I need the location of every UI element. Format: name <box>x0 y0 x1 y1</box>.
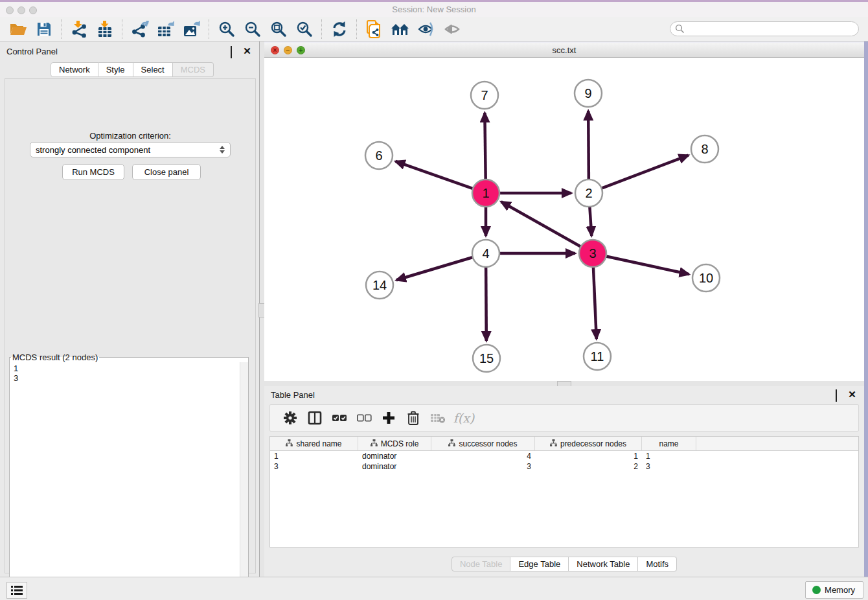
clear-selection-icon[interactable] <box>352 407 376 429</box>
export-table-icon[interactable] <box>153 18 179 40</box>
table-cell[interactable]: 3 <box>642 461 696 472</box>
close-panel-icon[interactable]: ✕ <box>243 47 251 55</box>
tab-network-table[interactable]: Network Table <box>569 557 638 571</box>
tab-node-table[interactable]: Node Table <box>451 557 511 571</box>
table-tabs: Node Table Edge Table Network Table Moti… <box>264 557 864 571</box>
network-view-window: × − + scc.txt 1234678910111415 <box>264 41 868 386</box>
zoom-fit-icon[interactable] <box>266 18 291 40</box>
column-type-icon <box>286 439 293 448</box>
edge-2-3[interactable] <box>589 207 591 236</box>
graph-node-label: 7 <box>481 88 488 102</box>
tab-edge-table[interactable]: Edge Table <box>510 557 569 571</box>
criterion-select[interactable]: strongly connected component <box>30 142 231 157</box>
network-graph-canvas[interactable]: 1234678910111415 <box>264 58 863 385</box>
table-cell[interactable]: 1 <box>642 451 696 461</box>
table-close-icon[interactable]: ✕ <box>848 390 856 398</box>
edge-4-14[interactable] <box>396 257 473 280</box>
status-bar: Memory <box>0 577 868 600</box>
table-cell[interactable]: 1 <box>535 451 642 461</box>
delete-row-trash-icon[interactable] <box>401 407 426 429</box>
column-header-successor-nodes[interactable]: successor nodes <box>431 437 535 450</box>
graph-node-label: 4 <box>482 246 489 260</box>
column-type-icon <box>371 439 378 448</box>
toolbar-separator <box>209 19 210 39</box>
table-cell[interactable]: 4 <box>431 451 535 461</box>
save-session-icon[interactable] <box>31 18 57 40</box>
zoom-in-icon[interactable] <box>214 18 240 40</box>
tab-network[interactable]: Network <box>51 62 98 77</box>
edge-3-1[interactable] <box>501 202 581 246</box>
close-panel-button[interactable]: Close panel <box>132 164 201 180</box>
memory-button[interactable]: Memory <box>805 581 863 599</box>
table-panel: Table Panel ✕ <box>264 386 868 577</box>
task-history-button[interactable] <box>6 582 27 599</box>
select-chevrons-icon <box>220 146 225 154</box>
add-row-icon[interactable] <box>376 407 401 429</box>
column-header-MCDS-role[interactable]: MCDS role <box>358 437 431 450</box>
home-layout-icon[interactable] <box>387 18 413 40</box>
table-panel-title: Table Panel <box>271 390 315 400</box>
tab-motifs[interactable]: Motifs <box>638 557 677 571</box>
float-panel-icon[interactable] <box>230 47 238 55</box>
select-all-icon[interactable] <box>327 407 352 429</box>
optimization-criterion-label: Optimization criterion: <box>5 131 255 141</box>
refresh-icon[interactable] <box>326 18 352 40</box>
column-header-predecessor-nodes[interactable]: predecessor nodes <box>535 437 642 450</box>
edge-3-11[interactable] <box>593 267 597 339</box>
zoom-out-icon[interactable] <box>240 18 266 40</box>
hide-panel-eye-icon[interactable] <box>413 18 439 40</box>
clone-network-icon[interactable] <box>361 18 387 40</box>
tab-select[interactable]: Select <box>133 62 173 77</box>
manage-columns-icon[interactable] <box>303 407 327 429</box>
table-float-icon[interactable] <box>835 390 843 398</box>
show-panel-eye-icon[interactable] <box>439 18 465 40</box>
table-cell[interactable]: dominator <box>358 461 431 472</box>
export-image-icon[interactable] <box>179 18 205 40</box>
graph-node-label: 1 <box>482 186 489 200</box>
edge-3-10[interactable] <box>606 256 689 274</box>
edge-1-7[interactable] <box>485 113 485 179</box>
settings-gear-icon[interactable] <box>278 407 303 429</box>
control-panel: Control Panel ✕ Network Style Select MCD… <box>0 41 260 577</box>
search-field <box>670 21 859 36</box>
table-cell[interactable]: 1 <box>270 451 358 461</box>
export-network-icon[interactable] <box>127 18 153 40</box>
edge-2-8[interactable] <box>602 156 689 189</box>
table-cell[interactable]: 2 <box>535 461 642 472</box>
edge-1-6[interactable] <box>395 161 473 189</box>
graph-node-label: 6 <box>375 148 382 163</box>
import-network-icon[interactable] <box>66 18 92 40</box>
mcds-result-group: MCDS result (2 nodes) 1 3 <box>9 352 249 595</box>
edge-4-15[interactable] <box>486 267 486 341</box>
graph-node-label: 3 <box>589 246 596 260</box>
import-table-icon[interactable] <box>92 18 118 40</box>
table-row[interactable]: 1dominator411 <box>270 451 858 461</box>
run-mcds-button[interactable]: Run MCDS <box>62 164 124 180</box>
column-type-icon <box>550 439 557 448</box>
function-builder-icon[interactable]: f(x) <box>450 407 475 429</box>
memory-label: Memory <box>825 585 855 595</box>
graph-node-label: 11 <box>591 349 604 363</box>
toolbar-separator <box>321 19 323 39</box>
list-icon <box>11 586 23 595</box>
toolbar-separator <box>356 19 358 39</box>
open-file-icon[interactable] <box>5 18 31 40</box>
table-row[interactable]: 3dominator323 <box>270 461 858 472</box>
toolbar-separator <box>61 19 62 39</box>
table-cell[interactable]: 3 <box>270 461 358 472</box>
node-table: shared nameMCDS rolesuccessor nodesprede… <box>269 436 859 548</box>
delete-column-icon[interactable] <box>426 407 450 429</box>
zoom-selected-icon[interactable] <box>291 18 317 40</box>
tab-mcds[interactable]: MCDS <box>173 62 214 77</box>
edge-2-9[interactable] <box>588 111 589 179</box>
tab-style[interactable]: Style <box>98 62 133 77</box>
search-input[interactable] <box>670 21 859 36</box>
table-header-row: shared nameMCDS rolesuccessor nodesprede… <box>270 437 858 451</box>
mcds-tab-content: Optimization criterion: strongly connect… <box>5 78 256 573</box>
column-header-name[interactable]: name <box>642 437 696 450</box>
mcds-result-scrollbar[interactable] <box>240 362 248 583</box>
table-cell[interactable]: dominator <box>358 451 431 461</box>
column-header-shared-name[interactable]: shared name <box>270 437 358 450</box>
table-cell[interactable]: 3 <box>431 461 535 472</box>
graph-node-label: 2 <box>585 186 592 200</box>
